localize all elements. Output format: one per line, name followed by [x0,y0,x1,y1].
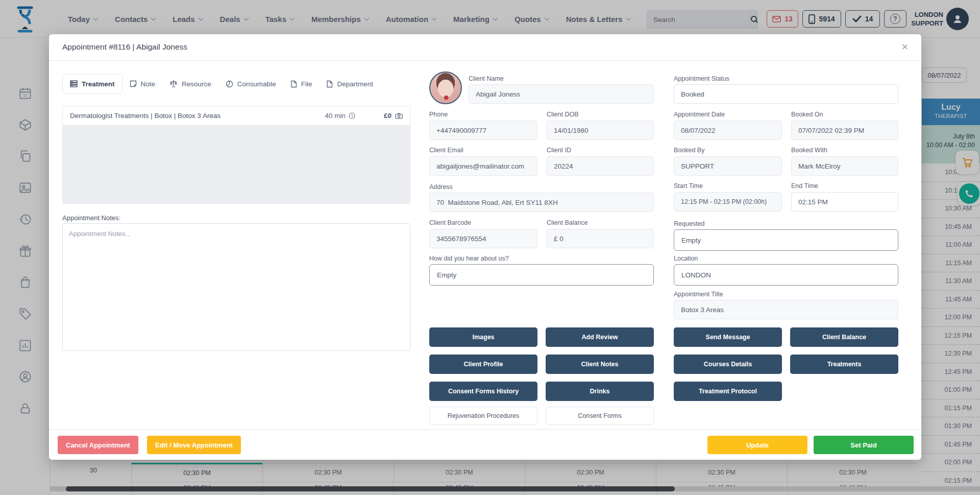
appointment-action-button[interactable]: Treatments [790,355,898,374]
client-action-button[interactable]: Client Profile [429,355,537,374]
appointment-action-button[interactable]: Treatment Protocol [674,382,782,401]
end-time-label: End Time [791,182,818,190]
balance-scale-icon [169,80,178,87]
treatment-duration: 40 min [325,112,355,120]
booked-on-label: Booked On [791,111,823,118]
modal-title: Appointment #8116 | Abigail Joness [62,42,187,52]
location-label: Location [674,255,698,262]
cancel-appointment-button[interactable]: Cancel Appointment [58,436,138,454]
hear-about-us-select[interactable]: Empty [429,264,654,286]
appointment-title-label: Appointment Title [674,291,723,298]
treatment-list: Dermatologist Treatments | Botox | Botox… [62,106,410,204]
appointment-modal: Appointment #8116 | Abigail Joness × Tre… [49,34,921,460]
client-actions-grid: ImagesAdd ReviewClient ProfileClient Not… [429,327,655,401]
client-balance-field[interactable] [547,229,654,248]
tab-note[interactable]: Note [122,74,163,93]
appointment-notes-label: Appointment Notes: [62,214,120,222]
client-action-button[interactable]: Drinks [546,382,654,401]
client-id-label: Client ID [547,147,571,154]
modal-tabs: Treatment Note Resource Consumable File [62,74,380,93]
hear-about-us-label: How did you hear about us? [429,255,509,262]
client-email-field[interactable] [429,156,537,176]
appointment-action-button[interactable]: Courses Details [674,355,782,374]
camera-icon[interactable] [395,113,403,119]
file-icon [290,80,297,88]
clock-icon [349,112,355,119]
address-field[interactable] [429,193,654,212]
client-secondary-button[interactable]: Consent Forms [546,407,654,425]
treatment-row[interactable]: Dermatologist Treatments | Botox | Botox… [63,106,410,126]
booked-with-field[interactable] [791,156,898,176]
note-icon [130,80,137,87]
phone-field[interactable] [429,121,537,140]
appointment-action-button[interactable]: Send Message [674,327,782,347]
appointment-status-label: Appointment Status [674,75,729,82]
start-time-label: Start Time [674,182,703,190]
client-dob-label: Client DOB [547,111,579,118]
modal-header: Appointment #8116 | Abigail Joness × [49,34,921,61]
address-label: Address [429,183,453,191]
client-photo-avatar[interactable] [429,72,462,104]
tab-treatment[interactable]: Treatment [62,74,122,93]
client-barcode-label: Client Barcode [429,219,471,226]
client-action-button[interactable]: Images [429,327,537,347]
tab-file[interactable]: File [283,74,320,93]
booked-with-label: Booked With [791,147,827,154]
client-secondary-actions: Rejuvenation ProceduresConsent Forms [429,407,655,425]
client-balance-label: Client Balance [547,219,588,226]
update-button[interactable]: Update [707,436,807,454]
department-file-icon [326,80,333,88]
tab-department[interactable]: Department [319,74,380,93]
pie-chart-icon [226,80,233,88]
appointment-action-button[interactable]: Client Balance [790,327,898,347]
modal-body: Treatment Note Resource Consumable File [49,61,921,429]
appointment-actions-grid: Send MessageClient BalanceCourses Detail… [674,327,899,401]
client-dob-field[interactable] [547,121,654,140]
requested-select[interactable]: Empty [674,229,898,251]
client-id-field[interactable] [547,156,654,176]
client-action-button[interactable]: Add Review [546,327,654,347]
appointment-date-label: Appointment Date [674,111,725,118]
client-email-label: Client Email [429,147,463,154]
tab-resource[interactable]: Resource [162,74,218,93]
end-time-field[interactable] [791,192,898,211]
client-action-button[interactable]: Client Notes [546,355,654,374]
appointment-title-field[interactable] [674,300,898,319]
modal-footer: Cancel Appointment Edit / Move Appointme… [49,429,921,460]
tab-consumable[interactable]: Consumable [218,74,283,93]
booked-by-label: Booked By [674,147,704,154]
location-select[interactable]: LONDON [674,264,898,286]
phone-label: Phone [429,111,448,118]
client-name-field[interactable] [469,84,654,104]
set-paid-button[interactable]: Set Paid [814,436,914,454]
client-secondary-button[interactable]: Rejuvenation Procedures [429,407,537,425]
treatment-list-icon [70,80,78,87]
requested-label: Requested [674,220,704,227]
client-name-label: Client Name [469,75,504,82]
client-barcode-field[interactable] [429,229,537,248]
appointment-date-field[interactable] [674,121,782,140]
start-time-field[interactable] [674,192,782,211]
treatment-name: Dermatologist Treatments | Botox | Botox… [70,112,220,120]
appointment-status-field[interactable] [674,84,898,104]
appointment-notes-textarea[interactable] [62,223,410,351]
booked-by-field[interactable] [674,156,782,176]
close-icon[interactable]: × [898,40,911,54]
edit-move-appointment-button[interactable]: Edit / Move Appointment [147,436,241,454]
booked-on-field[interactable] [791,121,898,140]
treatment-price: £0 [384,112,403,120]
treatment-list-empty-area [63,126,410,203]
client-action-button[interactable]: Consent Forms History [429,382,537,401]
